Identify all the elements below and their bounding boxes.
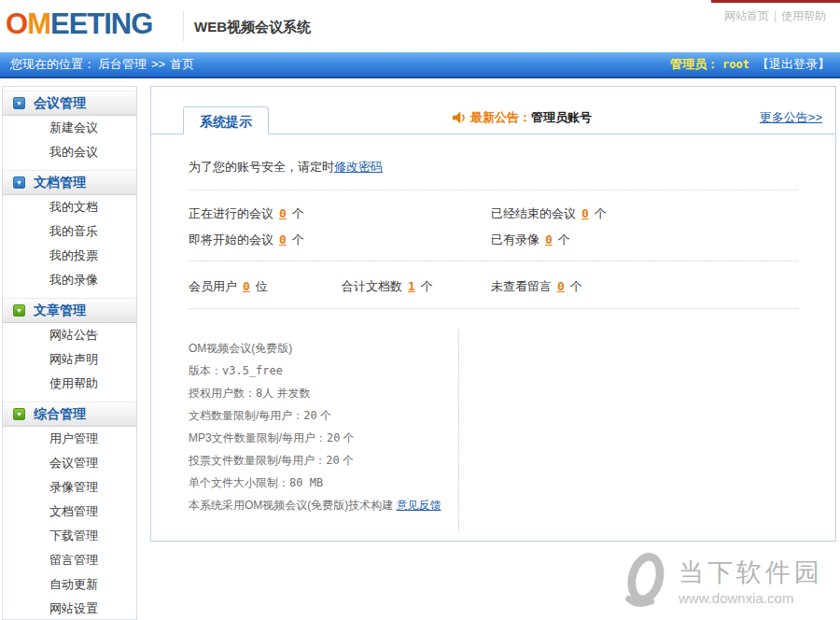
- sidebar-section-meeting: ▼ 会议管理 新建会议 我的会议: [3, 91, 136, 164]
- downxia-logo-icon: [619, 551, 669, 611]
- stat-ongoing-meetings: 正在进行的会议0个: [189, 201, 304, 227]
- stats-row: 即将开始的会议0个 已有录像0个: [189, 227, 798, 253]
- breadcrumb-separator: >>: [151, 57, 165, 71]
- stat-value-link[interactable]: 0: [581, 206, 589, 220]
- stats-row: 会员用户0位 合计文档数1个 未查看留言0个: [189, 274, 798, 300]
- sidebar-item-recording-management[interactable]: 录像管理: [3, 475, 136, 500]
- breadcrumb: 您现在的位置：后台管理>>首页: [10, 56, 197, 73]
- feedback-link[interactable]: 意见反馈: [397, 499, 441, 512]
- stat-recordings: 已有录像0个: [491, 227, 570, 253]
- stat-value-link[interactable]: 0: [545, 232, 553, 247]
- sidebar-item-auto-update[interactable]: 自动更新: [3, 572, 136, 597]
- stat-value-link[interactable]: 0: [557, 279, 565, 293]
- omeeting-logo: OMEETING: [6, 7, 152, 41]
- stat-value-link[interactable]: 0: [243, 279, 250, 293]
- watermark-site-url: www.downxia.com: [679, 590, 823, 606]
- sidebar-item-message-management[interactable]: 留言管理: [3, 548, 136, 572]
- change-password-link[interactable]: 修改密码: [334, 160, 383, 174]
- collapse-arrow-icon: ▼: [13, 176, 25, 189]
- system-build-line: 本系统采用OM视频会议(免费版)技术构建 意见反馈: [189, 494, 798, 516]
- stats-row: 正在进行的会议0个 已经结束的会议0个: [189, 201, 798, 227]
- sidebar-item-my-meetings[interactable]: 我的会议: [3, 140, 136, 164]
- tab-system-tips[interactable]: 系统提示: [183, 106, 269, 134]
- top-header: OMEETING WEB视频会议系统 网站首页|使用帮助: [0, 0, 840, 52]
- sidebar-item-site-statement[interactable]: 网站声明: [3, 347, 136, 372]
- stat-total-documents: 合计文档数1个: [342, 274, 433, 300]
- logo-letters-rest: EETING: [50, 7, 152, 40]
- sidebar-header-documents[interactable]: ▼ 文档管理: [3, 170, 136, 195]
- sidebar-header-meeting[interactable]: ▼ 会议管理: [3, 91, 136, 116]
- dotted-divider: [189, 308, 798, 309]
- vertical-dotted-divider: [458, 330, 459, 530]
- main-panel: 系统提示 最新公告： 管理员账号 更多公告>> 为了您的账号安全，请定时修改密码…: [150, 86, 836, 542]
- speaker-icon: [452, 111, 466, 124]
- dotted-divider: [189, 261, 798, 261]
- system-subtitle: WEB视频会议系统: [194, 19, 311, 36]
- breadcrumb-location-label: 您现在的位置：: [10, 57, 95, 71]
- header-links-separator: |: [774, 9, 777, 22]
- sidebar-item-my-documents[interactable]: 我的文档: [3, 195, 136, 219]
- stat-value-link[interactable]: 0: [279, 206, 287, 220]
- sidebar-item-new-meeting[interactable]: 新建会议: [3, 116, 136, 140]
- system-info-line: MP3文件数量限制/每用户：20 个: [189, 427, 798, 449]
- breadcrumb-bar: 您现在的位置：后台管理>>首页 管理员：root【退出登录】: [0, 52, 840, 78]
- system-info-line: 授权用户数：8人 并发数: [189, 382, 798, 404]
- stat-unread-messages: 未查看留言0个: [491, 274, 582, 300]
- header-link-home[interactable]: 网站首页: [724, 9, 769, 22]
- stat-value-link[interactable]: 0: [279, 232, 287, 247]
- sidebar-section-documents: ▼ 文档管理 我的文档 我的音乐 我的投票 我的录像: [3, 170, 136, 292]
- breadcrumb-link-home[interactable]: 首页: [170, 57, 194, 71]
- stat-finished-meetings: 已经结束的会议0个: [491, 201, 607, 227]
- top-right-red-line: [711, 0, 840, 3]
- sidebar-item-download-management[interactable]: 下载管理: [3, 524, 136, 548]
- collapse-arrow-icon: ▼: [13, 408, 25, 420]
- sidebar-item-site-announcements[interactable]: 网站公告: [3, 323, 136, 347]
- admin-info: 管理员：root【退出登录】: [670, 56, 830, 73]
- announcement-title[interactable]: 管理员账号: [531, 109, 592, 126]
- admin-username: root: [722, 58, 749, 71]
- security-notice: 为了您的账号安全，请定时修改密码: [189, 134, 798, 176]
- sidebar-item-document-management[interactable]: 文档管理: [3, 500, 136, 524]
- logo-divider: [183, 10, 184, 41]
- header-link-help[interactable]: 使用帮助: [781, 9, 826, 22]
- logout-link[interactable]: 【退出登录】: [757, 56, 830, 73]
- watermark-text: 当下软件园 www.downxia.com: [679, 556, 823, 606]
- stat-member-users: 会员用户0位: [189, 274, 268, 300]
- logo-letter-o: O: [6, 7, 27, 40]
- stat-upcoming-meetings: 即将开始的会议0个: [189, 227, 304, 253]
- breadcrumb-link-admin[interactable]: 后台管理: [98, 57, 147, 71]
- sidebar-item-my-recordings[interactable]: 我的录像: [3, 268, 136, 292]
- system-info-line: OM视频会议(免费版): [189, 337, 798, 359]
- announcement-label: 最新公告：: [470, 109, 531, 126]
- dotted-divider: [189, 190, 798, 190]
- sidebar-header-articles[interactable]: ▼ 文章管理: [3, 298, 136, 323]
- sidebar-item-site-settings[interactable]: 网站设置: [3, 597, 136, 620]
- header-links: 网站首页|使用帮助: [720, 8, 831, 24]
- sidebar-item-user-management[interactable]: 用户管理: [3, 427, 136, 451]
- panel-body: 为了您的账号安全，请定时修改密码 正在进行的会议0个 已经结束的会议0个 即将开…: [151, 134, 835, 516]
- sidebar-item-my-music[interactable]: 我的音乐: [3, 219, 136, 244]
- collapse-arrow-icon: ▼: [13, 97, 25, 109]
- sidebar-header-general[interactable]: ▼ 综合管理: [3, 402, 136, 427]
- sidebar-item-help[interactable]: 使用帮助: [3, 372, 136, 396]
- sidebar-item-meeting-management[interactable]: 会议管理: [3, 451, 136, 475]
- latest-announcement: 最新公告： 管理员账号: [452, 109, 592, 126]
- system-info-line: 单个文件大小限制：80 MB: [189, 472, 798, 494]
- sidebar-section-general: ▼ 综合管理 用户管理 会议管理 录像管理 文档管理 下载管理 留言管理 自动更…: [3, 402, 136, 620]
- stat-value-link[interactable]: 1: [408, 279, 415, 293]
- sidebar-item-my-votes[interactable]: 我的投票: [3, 244, 136, 268]
- downxia-watermark: 当下软件园 www.downxia.com: [619, 551, 823, 611]
- tab-row: 系统提示 最新公告： 管理员账号 更多公告>>: [151, 87, 835, 134]
- system-info-line: 投票文件数量限制/每用户：20 个: [189, 449, 798, 472]
- more-announcements-link[interactable]: 更多公告>>: [760, 109, 822, 126]
- system-info-line: 版本：v3.5_free: [189, 359, 798, 382]
- system-version-info: OM视频会议(免费版) 版本：v3.5_free 授权用户数：8人 并发数 文档…: [189, 337, 798, 516]
- system-info-line: 文档数量限制/每用户：20 个: [189, 404, 798, 427]
- sidebar: ▼ 会议管理 新建会议 我的会议 ▼ 文档管理 我的文档 我的音乐 我的投票 我…: [2, 86, 137, 620]
- sidebar-section-articles: ▼ 文章管理 网站公告 网站声明 使用帮助: [3, 298, 136, 396]
- admin-label: 管理员：: [670, 56, 719, 73]
- watermark-site-name: 当下软件园: [679, 556, 823, 589]
- logo-letter-m: M: [27, 7, 50, 40]
- collapse-arrow-icon: ▼: [13, 304, 25, 317]
